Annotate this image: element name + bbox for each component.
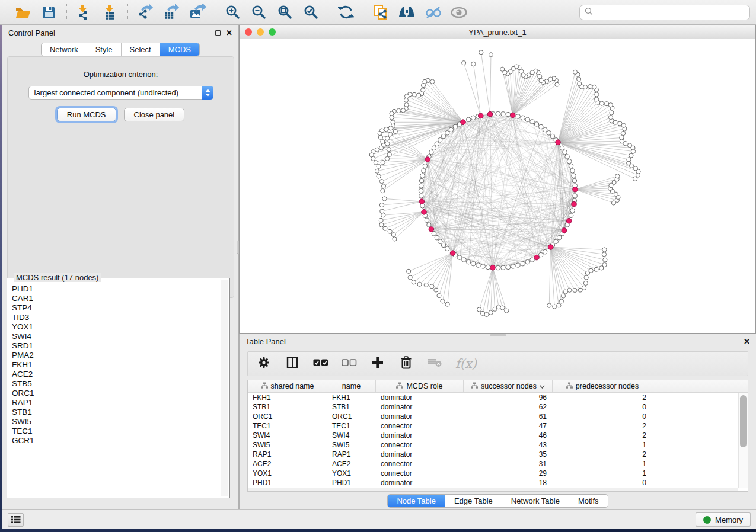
- table-cell[interactable]: YOX1: [327, 469, 376, 478]
- tab-select[interactable]: Select: [122, 43, 160, 56]
- mcds-result-item[interactable]: CAR1: [8, 294, 221, 303]
- mcds-result-item[interactable]: TID3: [8, 313, 221, 322]
- network-node[interactable]: [563, 150, 567, 155]
- network-node[interactable]: [441, 134, 446, 139]
- mcds-result-scrollbar[interactable]: [221, 280, 228, 496]
- network-node[interactable]: [381, 184, 385, 188]
- mcds-node[interactable]: [422, 210, 427, 215]
- network-node[interactable]: [479, 50, 483, 55]
- network-node[interactable]: [441, 243, 446, 248]
- network-node[interactable]: [393, 129, 397, 133]
- mcds-result-item[interactable]: ACE2: [8, 370, 221, 379]
- network-node[interactable]: [441, 299, 445, 303]
- export-image-button[interactable]: [189, 4, 206, 21]
- network-node[interactable]: [371, 156, 375, 161]
- network-node[interactable]: [438, 239, 442, 244]
- network-node[interactable]: [382, 197, 387, 201]
- network-node[interactable]: [445, 246, 449, 251]
- network-node[interactable]: [471, 261, 476, 266]
- network-node[interactable]: [602, 262, 607, 267]
- network-node[interactable]: [570, 209, 575, 213]
- network-node[interactable]: [480, 311, 484, 315]
- network-node[interactable]: [627, 158, 631, 162]
- network-node[interactable]: [466, 259, 471, 264]
- table-cell[interactable]: 18: [464, 478, 553, 488]
- network-node[interactable]: [385, 142, 390, 146]
- network-node[interactable]: [525, 117, 530, 122]
- network-node[interactable]: [471, 62, 476, 66]
- network-node[interactable]: [511, 264, 516, 269]
- network-node[interactable]: [462, 258, 467, 262]
- search-box[interactable]: [579, 5, 750, 20]
- network-node[interactable]: [381, 161, 385, 165]
- table-cell[interactable]: STB1: [327, 402, 376, 412]
- network-node[interactable]: [432, 146, 436, 150]
- close-panel-button[interactable]: Close panel: [124, 108, 185, 121]
- tab-style[interactable]: Style: [87, 43, 122, 56]
- network-node[interactable]: [560, 146, 564, 150]
- network-node[interactable]: [553, 305, 557, 309]
- table-row[interactable]: SWI5SWI5connector431: [248, 440, 738, 450]
- table-cell[interactable]: FKH1: [327, 393, 376, 402]
- table-cell[interactable]: 2: [553, 450, 652, 459]
- table-cell[interactable]: FKH1: [248, 393, 327, 402]
- network-node[interactable]: [572, 174, 576, 178]
- network-node[interactable]: [419, 184, 423, 188]
- network-node[interactable]: [614, 192, 618, 196]
- network-node[interactable]: [505, 309, 509, 313]
- table-cell[interactable]: 0: [553, 478, 652, 488]
- table-cell[interactable]: 0: [553, 402, 652, 412]
- select-all-rows-button[interactable]: [313, 356, 328, 371]
- network-node[interactable]: [550, 134, 555, 139]
- network-node[interactable]: [429, 150, 434, 155]
- network-node[interactable]: [627, 143, 631, 148]
- mcds-result-item[interactable]: STB5: [8, 379, 221, 389]
- binoculars-search-button[interactable]: [398, 4, 416, 21]
- mcds-result-item[interactable]: TEC1: [8, 427, 221, 436]
- mcds-node[interactable]: [511, 113, 516, 118]
- network-node[interactable]: [620, 136, 624, 140]
- network-node[interactable]: [445, 302, 449, 306]
- network-node[interactable]: [567, 159, 572, 164]
- network-node[interactable]: [424, 283, 428, 287]
- network-node[interactable]: [500, 306, 505, 310]
- table-cell[interactable]: 0: [553, 412, 652, 421]
- network-node[interactable]: [534, 122, 539, 127]
- table-row[interactable]: ORC1ORC1dominator610: [248, 412, 738, 421]
- network-node[interactable]: [633, 177, 637, 181]
- network-node[interactable]: [506, 265, 511, 270]
- network-node[interactable]: [457, 255, 462, 260]
- network-node[interactable]: [417, 282, 422, 286]
- tab-network-table[interactable]: Network Table: [502, 495, 569, 507]
- network-node[interactable]: [567, 288, 572, 292]
- network-node[interactable]: [453, 124, 458, 129]
- mcds-node[interactable]: [556, 140, 561, 145]
- network-node[interactable]: [621, 131, 625, 135]
- network-node[interactable]: [477, 307, 481, 312]
- network-node[interactable]: [608, 103, 613, 107]
- network-node[interactable]: [397, 108, 401, 113]
- network-node[interactable]: [516, 263, 521, 268]
- export-network-button[interactable]: [136, 4, 154, 21]
- network-node[interactable]: [604, 102, 608, 106]
- column-header-MCDS-role[interactable]: MCDS role: [376, 380, 464, 392]
- table-cell[interactable]: dominator: [376, 431, 464, 440]
- mcds-node[interactable]: [534, 255, 540, 260]
- tab-mcds[interactable]: MCDS: [160, 43, 199, 56]
- network-node[interactable]: [615, 174, 620, 178]
- network-node[interactable]: [408, 275, 412, 280]
- column-header-successor-nodes[interactable]: successor nodes: [464, 380, 553, 392]
- network-node[interactable]: [530, 120, 535, 124]
- table-cell[interactable]: connector: [376, 421, 464, 431]
- table-cell[interactable]: ACE2: [248, 459, 327, 469]
- save-session-button[interactable]: [40, 4, 58, 21]
- network-node[interactable]: [419, 188, 423, 193]
- delete-rows-button[interactable]: [398, 356, 414, 371]
- network-node[interactable]: [425, 218, 429, 223]
- network-node[interactable]: [578, 82, 582, 86]
- run-mcds-button[interactable]: Run MCDS: [57, 108, 116, 121]
- network-node[interactable]: [572, 178, 577, 183]
- table-cell[interactable]: ORC1: [327, 412, 376, 421]
- network-node[interactable]: [589, 268, 593, 273]
- zoom-in-button[interactable]: [224, 4, 241, 21]
